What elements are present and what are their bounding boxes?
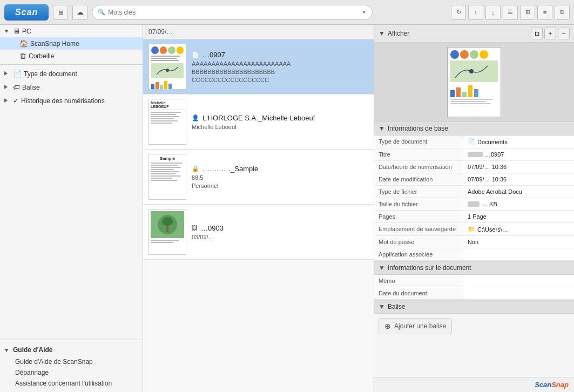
list-view-button[interactable]: ☰ bbox=[503, 5, 518, 20]
section-base-arrow: ▼ bbox=[379, 125, 385, 132]
panel-remove-btn[interactable]: − bbox=[558, 28, 570, 39]
section-doc-label: Informations sur le document bbox=[388, 264, 471, 272]
panel-toggle-button[interactable]: ⧉ bbox=[555, 5, 570, 20]
historique-icon: ✓ bbox=[13, 97, 19, 105]
right-scroll: ▼ Informations de base Type de document … bbox=[374, 121, 574, 377]
taille-redact bbox=[468, 201, 480, 207]
label-date-num: Date/heure de numérisation bbox=[374, 161, 463, 173]
balise-icon: 🏷 bbox=[13, 83, 20, 91]
sidebar-divider-1 bbox=[0, 64, 143, 65]
doc-item-1[interactable]: 📄 …0907 AAAAAAAAAAAAAAAAAAAAAAAAA BBBBBB… bbox=[143, 39, 374, 94]
sidebar-item-balise[interactable]: 🏷 Balise bbox=[0, 80, 143, 94]
doc-thumb-1 bbox=[148, 44, 186, 90]
search-input[interactable] bbox=[108, 9, 359, 16]
label-type-fichier: Type de fichier bbox=[374, 186, 463, 198]
balise-section: ⊕ Ajouter une balise bbox=[374, 314, 574, 339]
section-balise-label: Balise bbox=[388, 303, 406, 310]
logo-scansnap: ScanSnap bbox=[535, 381, 569, 389]
toolbar-right: ↻ ↑ ↓ ☰ ⊞ ≡ ⧉ bbox=[451, 5, 570, 20]
doc-meta-1a: AAAAAAAAAAAAAAAAAAAAAAAAA bbox=[192, 60, 368, 67]
info-row-type-fichier: Type de fichier Adobe Acrobat Docu bbox=[374, 186, 574, 198]
label-type-doc: Type de document bbox=[374, 136, 463, 148]
info-row-memo: Mémo bbox=[374, 275, 574, 287]
value-pages: 1 Page bbox=[463, 211, 574, 222]
value-emplacement: 📁 C:\Users\… bbox=[463, 223, 574, 235]
details-view-button[interactable]: ≡ bbox=[537, 5, 552, 20]
refresh-button[interactable]: ↻ bbox=[451, 5, 466, 20]
doc-title-2: 👤 L'HORLOGE S.A._Michelle Leboeuf bbox=[192, 114, 368, 122]
sidebar-item-historique[interactable]: ✓ Historique des numérisations bbox=[0, 94, 143, 107]
doc-meta-2: Michelle Leboeuf bbox=[192, 124, 368, 130]
info-row-titre: Titre …0907 bbox=[374, 148, 574, 161]
sidebar-item-scansnap-home[interactable]: 🏠 ScanSnap Home bbox=[0, 37, 143, 50]
sidebar: 🖥 PC 🏠 ScanSnap Home 🗑 Corbeille 📄 Type … bbox=[0, 25, 143, 392]
doc-item-4[interactable]: 🖼 …0903 03/09/… bbox=[143, 205, 374, 260]
doc-meta-4: 03/09/… bbox=[192, 234, 368, 240]
trash-icon: 🗑 bbox=[19, 52, 26, 60]
type-doc-label: Type de document bbox=[24, 70, 77, 78]
section-base-label: Informations de base bbox=[388, 125, 448, 132]
search-dropdown-icon[interactable]: ▼ bbox=[361, 9, 367, 15]
doc-meta-1b: BBBBBBBBBBBBBBBBBBBBB bbox=[192, 69, 368, 75]
folder-icon: 📁 bbox=[468, 226, 475, 233]
center-panel: 07/09/… bbox=[143, 25, 374, 392]
sidebar-item-corbeille[interactable]: 🗑 Corbeille bbox=[0, 50, 143, 62]
doc-info-3: 🔒 …………_Sample 88.5 Personnel bbox=[192, 165, 368, 189]
doc-info-4: 🖼 …0903 03/09/… bbox=[192, 224, 368, 240]
grid-view-button[interactable]: ⊞ bbox=[520, 5, 535, 20]
label-pages: Pages bbox=[374, 211, 463, 222]
value-mdp: Non bbox=[463, 236, 574, 248]
add-balise-button[interactable]: ⊕ Ajouter une balise bbox=[379, 318, 452, 334]
svg-point-0 bbox=[166, 69, 169, 72]
sidebar-guide-header[interactable]: Guide d'Aide bbox=[0, 343, 143, 356]
add-balise-icon: ⊕ bbox=[384, 322, 391, 330]
info-row-taille: Taille du fichier … KB bbox=[374, 198, 574, 211]
value-date-num: 07/09/… 10:36 bbox=[463, 161, 574, 173]
sidebar-guide-scansnap[interactable]: Guide d'Aide de ScanSnap bbox=[0, 356, 143, 367]
doc-item-2[interactable]: Michelle LEBOEUF 👤 bbox=[143, 94, 374, 150]
label-emplacement: Emplacement de sauvegarde bbox=[374, 223, 463, 235]
value-taille: … KB bbox=[463, 198, 574, 210]
value-memo bbox=[463, 275, 574, 287]
scan-button[interactable]: Scan bbox=[4, 4, 49, 21]
cloud-icon-btn[interactable]: ☁ bbox=[72, 5, 87, 20]
doc-thumb-4 bbox=[148, 209, 186, 255]
panel-add-btn[interactable]: + bbox=[544, 28, 556, 39]
type-doc-icon: 📄 bbox=[13, 70, 22, 78]
doc-meta-1c: CCCCCCCCCCCCCCCCCC bbox=[192, 77, 368, 83]
doc-info-2: 👤 L'HORLOGE S.A._Michelle Leboeuf Michel… bbox=[192, 114, 368, 130]
historique-label: Historique des numérisations bbox=[21, 97, 105, 105]
section-header-balise: ▼ Balise bbox=[374, 300, 574, 314]
doc-type-icon-3: 🔒 bbox=[192, 165, 199, 172]
logo-snap-text: Snap bbox=[551, 381, 569, 389]
doc-type-icon-2: 👤 bbox=[192, 114, 199, 121]
panel-collapse-icon: ▼ bbox=[379, 30, 385, 37]
center-date-header: 07/09/… bbox=[143, 25, 374, 39]
info-row-date-num: Date/heure de numérisation 07/09/… 10:36 bbox=[374, 161, 574, 173]
monitor-icon-btn[interactable]: 🖥 bbox=[53, 5, 68, 20]
svg-rect-3 bbox=[166, 226, 168, 232]
info-table-base: Type de document 📄 Documents Titre …0907… bbox=[374, 136, 574, 261]
main-layout: 🖥 PC 🏠 ScanSnap Home 🗑 Corbeille 📄 Type … bbox=[0, 25, 574, 392]
doc-item-3[interactable]: Sample bbox=[143, 150, 374, 205]
top-bar: Scan 🖥 ☁ 🔍 ▼ ↻ ↑ ↓ ☰ ⊞ ≡ ⧉ bbox=[0, 0, 574, 25]
info-row-app: Application associée bbox=[374, 248, 574, 261]
sidebar-item-type-doc[interactable]: 📄 Type de document bbox=[0, 67, 143, 80]
doc-thumb-2: Michelle LEBOEUF bbox=[148, 99, 186, 145]
sidebar-item-pc[interactable]: 🖥 PC bbox=[0, 25, 143, 37]
value-app bbox=[463, 248, 574, 260]
sidebar-guide-depannage[interactable]: Dépannage bbox=[0, 367, 143, 378]
logo-scan-text: Scan bbox=[535, 381, 551, 389]
section-balise-arrow: ▼ bbox=[379, 303, 385, 310]
label-date-doc: Date du document bbox=[374, 287, 463, 299]
sort-up-button[interactable]: ↑ bbox=[468, 5, 483, 20]
home-icon: 🏠 bbox=[19, 39, 28, 48]
doc-title-1: 📄 …0907 bbox=[192, 51, 368, 59]
sort-down-button[interactable]: ↓ bbox=[485, 5, 501, 20]
info-row-date-doc: Date du document bbox=[374, 287, 574, 300]
doc-thumb-3: Sample bbox=[148, 154, 186, 200]
balise-label: Balise bbox=[22, 84, 40, 91]
titre-redact bbox=[468, 152, 483, 157]
sidebar-guide-assistance[interactable]: Assistance concernant l'utilisation bbox=[0, 378, 143, 389]
panel-fit-btn[interactable]: ⊡ bbox=[531, 28, 543, 39]
